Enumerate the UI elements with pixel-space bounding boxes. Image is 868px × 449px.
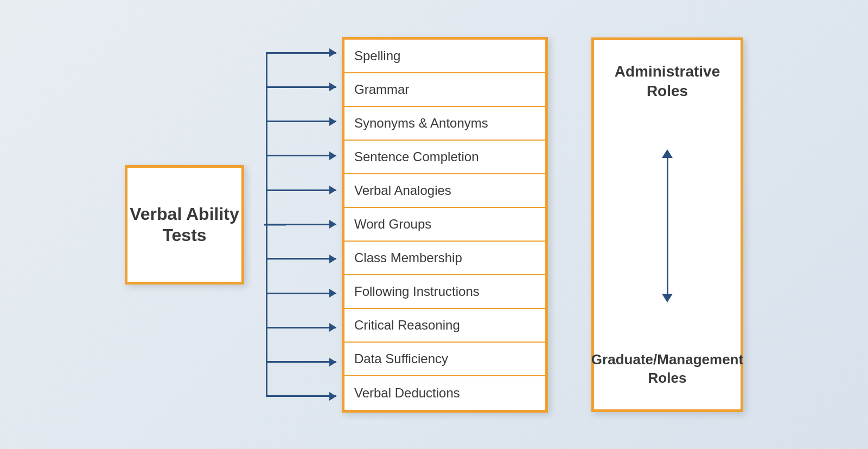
arrow-head-icon: [329, 323, 336, 332]
list-item: Critical Reasoning: [344, 309, 545, 343]
list-item: Data Sufficiency: [344, 343, 545, 376]
arrow-line: [266, 52, 336, 54]
arrow-row: [244, 175, 342, 206]
list-item: Word Groups: [344, 208, 545, 242]
arrow-row: [244, 243, 342, 274]
list-item: Synonyms & Antonyms: [344, 107, 545, 141]
arrow-row: [244, 72, 342, 103]
arrow-line: [266, 224, 336, 225]
arrow-line: [266, 361, 336, 363]
main-box: Verbal Ability Tests: [125, 165, 244, 284]
arrow-head-icon: [329, 151, 336, 160]
arrow-head-icon: [329, 289, 336, 298]
arrow-head-icon: [329, 358, 336, 366]
arrow-vertical-line: [667, 158, 668, 294]
list-item: Following Instructions: [344, 275, 545, 309]
arrow-row: [244, 381, 342, 412]
arrow-line: [266, 189, 336, 191]
list-item: Class Membership: [344, 242, 545, 275]
arrow-head-icon: [329, 392, 336, 401]
arrow-row: [244, 278, 342, 309]
arrow-row: [244, 312, 342, 343]
arrow-head-icon: [329, 220, 336, 229]
arrow-line: [266, 293, 336, 294]
arrow-line: [266, 327, 336, 328]
right-box: Administrative Roles Graduate/Management…: [591, 37, 743, 412]
arrow-up-head: [662, 149, 673, 158]
list-item: Grammar: [344, 73, 545, 107]
main-box-label: Verbal Ability Tests: [127, 204, 241, 245]
list-item: Verbal Deductions: [344, 376, 545, 410]
arrow-down-head: [662, 294, 673, 302]
arrow-row: [244, 106, 342, 137]
double-arrow-icon: [662, 149, 673, 302]
arrow-head-icon: [329, 48, 336, 57]
list-item: Sentence Completion: [344, 141, 545, 174]
arrow-line: [266, 395, 336, 397]
double-arrow-container: [662, 101, 673, 351]
diagram-container: Verbal Ability Tests SpellingGrammarSyno…: [125, 37, 743, 413]
list-box: SpellingGrammarSynonyms & AntonymsSenten…: [342, 37, 548, 413]
list-item: Spelling: [344, 40, 545, 73]
arrow-line: [266, 155, 336, 156]
arrows-section: [244, 37, 342, 412]
arrow-head-icon: [329, 117, 336, 126]
list-item: Verbal Analogies: [344, 174, 545, 208]
arrow-row: [244, 346, 342, 377]
arrow-head-icon: [329, 255, 336, 263]
arrow-row: [244, 140, 342, 171]
arrows-list: [244, 37, 342, 412]
right-box-bottom-label: Graduate/Management Roles: [591, 351, 743, 388]
arrow-line: [266, 121, 336, 122]
arrow-row: [244, 37, 342, 68]
arrow-head-icon: [329, 83, 336, 91]
arrow-line: [266, 86, 336, 88]
arrow-row: [244, 209, 342, 240]
arrow-head-icon: [329, 186, 336, 194]
right-box-top-label: Administrative Roles: [605, 62, 730, 102]
arrow-line: [266, 258, 336, 260]
